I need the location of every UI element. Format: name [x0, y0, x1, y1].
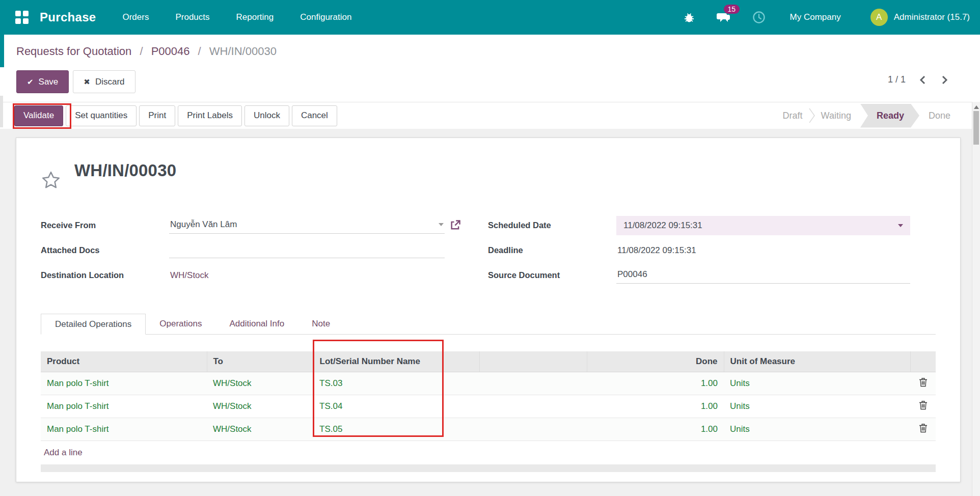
breadcrumb-separator: / [198, 45, 201, 58]
status-stages: Draft Waiting Ready Done [777, 102, 957, 129]
app-name[interactable]: Purchase [40, 10, 96, 24]
scrollbar-thumb[interactable] [973, 111, 979, 145]
print-labels-button[interactable]: Print Labels [178, 105, 242, 126]
app-window: Purchase Orders Products Reporting Confi… [0, 0, 980, 496]
breadcrumb-current: WH/IN/00030 [209, 45, 277, 58]
navbar-right: 15 My Company A Administrator (15.7) [683, 9, 970, 26]
chevron-down-icon[interactable] [439, 223, 444, 226]
field-deadline: Deadline 11/08/2022 09:15:31 [488, 238, 936, 263]
external-link-icon[interactable] [450, 219, 461, 233]
breadcrumb-separator: / [140, 45, 143, 58]
record-title: WH/IN/00030 [74, 161, 176, 180]
nav-item-products[interactable]: Products [174, 9, 210, 25]
messages-icon[interactable]: 15 [716, 11, 731, 24]
cell-done[interactable]: 1.00 [587, 372, 724, 395]
tab-detailed-operations[interactable]: Detailed Operations [41, 314, 146, 335]
header-actions [910, 351, 936, 372]
apps-menu-icon[interactable] [15, 11, 29, 24]
delete-row-icon[interactable] [910, 418, 936, 440]
discard-button[interactable]: ✖ Discard [73, 70, 135, 93]
deadline-label: Deadline [488, 245, 616, 255]
cell-to[interactable]: WH/Stock [207, 372, 313, 395]
field-column-left: Receive From Nguyễn Văn Lâm At [41, 213, 461, 288]
pager-previous-icon[interactable] [919, 75, 927, 85]
cell-lot[interactable]: TS.03 [313, 372, 479, 395]
delete-row-icon[interactable] [910, 372, 936, 395]
cell-uom[interactable]: Units [724, 372, 910, 395]
tab-operations[interactable]: Operations [146, 314, 215, 334]
field-grid: Receive From Nguyễn Văn Lâm At [41, 213, 936, 288]
cell-done[interactable]: 1.00 [587, 418, 724, 440]
table-row[interactable]: Man polo T-shirt WH/Stock TS.04 1.00 Uni… [41, 395, 936, 418]
scroll-up-arrow-icon[interactable] [974, 105, 979, 109]
scheduled-date-input[interactable]: 11/08/2022 09:15:31 [616, 216, 910, 235]
cell-uom[interactable]: Units [724, 418, 910, 440]
breadcrumb: Requests for Quotation / P00046 / WH/IN/… [16, 45, 277, 58]
vertical-scrollbar[interactable] [972, 102, 980, 496]
stage-ready-active[interactable]: Ready [860, 104, 919, 128]
table-row[interactable]: Man polo T-shirt WH/Stock TS.05 1.00 Uni… [41, 418, 936, 440]
nav-item-configuration[interactable]: Configuration [299, 9, 352, 25]
stage-draft[interactable]: Draft [777, 111, 809, 121]
receive-from-value: Nguyễn Văn Lâm [170, 219, 237, 230]
receive-from-label: Receive From [41, 221, 169, 230]
attached-docs-label: Attached Docs [41, 245, 169, 255]
user-avatar[interactable]: A [870, 9, 888, 26]
field-scheduled-date: Scheduled Date 11/08/2022 09:15:31 [488, 213, 936, 238]
cell-product[interactable]: Man polo T-shirt [41, 395, 207, 418]
attached-docs-input[interactable] [169, 243, 445, 258]
stage-separator-icon [809, 108, 815, 123]
cell-lot[interactable]: TS.05 [313, 418, 479, 440]
tab-additional-info[interactable]: Additional Info [215, 314, 298, 334]
receive-from-input[interactable]: Nguyễn Văn Lâm [169, 217, 445, 234]
breadcrumb-p00046[interactable]: P00046 [151, 45, 190, 58]
cell-uom[interactable]: Units [724, 395, 910, 418]
horizontal-scrollbar[interactable] [41, 464, 936, 472]
table-row[interactable]: Man polo T-shirt WH/Stock TS.03 1.00 Uni… [41, 372, 936, 395]
statusbar: Validate Set quantities Print Print Labe… [0, 102, 980, 129]
destination-location-value[interactable]: WH/Stock [170, 270, 209, 280]
source-document-input[interactable]: P00046 [616, 267, 910, 284]
debug-bug-icon[interactable] [683, 11, 695, 23]
pager: 1 / 1 [888, 74, 948, 85]
stage-done[interactable]: Done [922, 111, 957, 121]
company-switcher[interactable]: My Company [790, 12, 841, 22]
cancel-button[interactable]: Cancel [292, 105, 337, 126]
user-menu[interactable]: Administrator (15.7) [894, 12, 970, 22]
nav-item-reporting[interactable]: Reporting [235, 9, 275, 25]
header-unit-of-measure[interactable]: Unit of Measure [724, 351, 910, 372]
delete-row-icon[interactable] [910, 395, 936, 418]
print-button[interactable]: Print [139, 105, 175, 126]
main-menu: Orders Products Reporting Configuration [121, 9, 352, 25]
header-to[interactable]: To [207, 351, 313, 372]
field-receive-from: Receive From Nguyễn Văn Lâm [41, 213, 461, 238]
page-body: WH/IN/00030 Receive From Nguyễn Văn Lâm [0, 129, 980, 496]
unlock-button[interactable]: Unlock [244, 105, 289, 126]
header-lot-serial[interactable]: Lot/Serial Number Name [313, 351, 479, 372]
set-quantities-button[interactable]: Set quantities [66, 105, 137, 126]
breadcrumb-requests-for-quotation[interactable]: Requests for Quotation [16, 45, 131, 58]
favorite-star-icon[interactable] [41, 170, 61, 192]
nav-item-orders[interactable]: Orders [121, 9, 150, 25]
header-done[interactable]: Done [587, 351, 724, 372]
record-actions: ✔ Save ✖ Discard [16, 70, 135, 93]
cell-product[interactable]: Man polo T-shirt [41, 372, 207, 395]
cell-to[interactable]: WH/Stock [207, 418, 313, 440]
stage-waiting[interactable]: Waiting [815, 111, 857, 121]
add-a-line-link[interactable]: Add a line [41, 441, 83, 464]
left-edge-gray-sliver [0, 96, 3, 127]
close-icon: ✖ [84, 77, 90, 87]
tab-note[interactable]: Note [298, 314, 344, 334]
notebook-tabs: Detailed Operations Operations Additiona… [41, 314, 936, 335]
chevron-down-icon[interactable] [898, 224, 903, 227]
validate-button[interactable]: Validate [14, 105, 63, 126]
pager-next-icon[interactable] [940, 75, 948, 85]
cell-to[interactable]: WH/Stock [207, 395, 313, 418]
cell-lot[interactable]: TS.04 [313, 395, 479, 418]
header-product[interactable]: Product [41, 351, 207, 372]
cell-done[interactable]: 1.00 [587, 395, 724, 418]
activities-clock-icon[interactable] [752, 11, 766, 24]
save-button[interactable]: ✔ Save [16, 70, 69, 93]
cell-spacer [479, 372, 587, 395]
cell-product[interactable]: Man polo T-shirt [41, 418, 207, 440]
